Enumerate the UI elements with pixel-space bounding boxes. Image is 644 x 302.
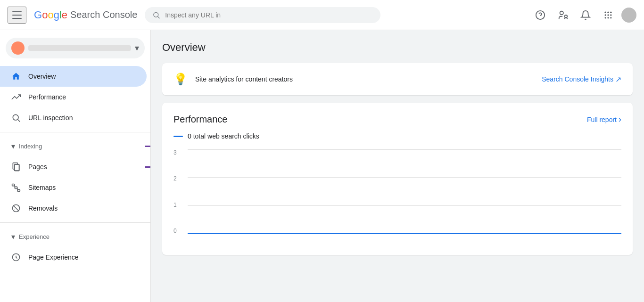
full-report-label: Full report — [587, 116, 617, 123]
overview-label: Overview — [28, 73, 56, 80]
url-search-icon — [11, 113, 21, 122]
insight-left: 💡 Site analytics for content creators — [173, 73, 293, 86]
removals-label: Removals — [28, 204, 58, 212]
svg-line-16 — [18, 120, 20, 122]
performance-label: Performance — [28, 93, 66, 101]
home-icon — [11, 72, 21, 81]
grid-line-2 — [188, 177, 621, 178]
chart-inner — [188, 149, 621, 234]
experience-section[interactable]: ▾ Experience — [0, 227, 150, 247]
bell-icon — [580, 10, 591, 20]
insight-text: Site analytics for content creators — [195, 75, 293, 83]
insight-card: 💡 Site analytics for content creators Se… — [162, 63, 633, 95]
trending-up-icon — [11, 92, 21, 102]
svg-point-15 — [13, 114, 18, 120]
sidebar-item-sitemaps[interactable]: Sitemaps — [0, 177, 147, 198]
experience-label: Experience — [19, 233, 50, 240]
search-input[interactable] — [165, 11, 373, 19]
grid-line-1 — [188, 205, 621, 206]
pages-icon — [11, 162, 21, 171]
divider-1 — [0, 132, 150, 132]
svg-point-7 — [607, 11, 609, 13]
page-experience-label: Page Experience — [28, 253, 79, 261]
svg-point-14 — [610, 17, 611, 18]
chevron-down-icon: ▾ — [135, 43, 139, 53]
chevron-down-icon-2: ▾ — [11, 232, 15, 241]
indexing-section-wrapper: ▾ Indexing — [0, 136, 150, 156]
app-name: Search Console — [70, 9, 137, 20]
y-label-0: 0 — [173, 228, 177, 234]
y-label-2: 2 — [173, 175, 177, 182]
chart-baseline — [188, 233, 621, 234]
y-label-1: 1 — [173, 202, 177, 208]
indexing-section[interactable]: ▾ Indexing — [0, 136, 150, 156]
svg-point-10 — [607, 14, 609, 16]
svg-point-12 — [605, 17, 606, 18]
pages-label: Pages — [28, 163, 47, 171]
chart-area: 3 2 1 0 — [173, 149, 621, 244]
svg-rect-18 — [15, 164, 19, 171]
property-name — [28, 45, 131, 51]
header-icons — [531, 6, 636, 24]
pages-item-wrapper: Pages — [0, 156, 150, 177]
admin-icon — [558, 10, 568, 20]
page-title: Overview — [162, 41, 633, 54]
avatar[interactable] — [621, 8, 636, 23]
apps-icon — [603, 10, 613, 20]
metric-line-indicator — [173, 136, 183, 137]
google-logo: Google — [34, 9, 67, 21]
insights-link-label: Search Console Insights — [542, 75, 613, 83]
svg-line-26 — [13, 205, 19, 212]
performance-card: Performance Full report › 0 total web se… — [162, 103, 633, 255]
help-icon — [535, 10, 545, 20]
sidebar-item-pages[interactable]: Pages — [0, 156, 147, 177]
svg-point-9 — [605, 14, 606, 16]
sidebar-item-performance[interactable]: Performance — [0, 87, 147, 107]
apps-button[interactable] — [599, 6, 618, 24]
logo: Google Search Console — [34, 9, 137, 21]
removals-icon — [11, 204, 21, 213]
svg-point-0 — [154, 12, 158, 17]
divider-2 — [0, 222, 150, 223]
perf-title: Performance — [173, 114, 228, 125]
header: Google Search Console — [0, 0, 644, 30]
chart-y-labels: 3 2 1 0 — [173, 149, 181, 234]
property-avatar — [11, 41, 25, 55]
grid-line-3 — [188, 149, 621, 150]
main-content: Overview 💡 Site analytics for content cr… — [151, 30, 644, 302]
admin-button[interactable] — [553, 6, 572, 24]
svg-line-1 — [158, 16, 160, 18]
sidebar-item-page-experience[interactable]: Page Experience — [0, 247, 147, 268]
lightbulb-icon: 💡 — [173, 73, 188, 86]
search-bar[interactable] — [145, 7, 380, 23]
y-label-3: 3 — [173, 149, 177, 156]
property-selector[interactable]: ▾ — [6, 38, 145, 58]
search-console-insights-link[interactable]: Search Console Insights ↗ — [542, 75, 621, 84]
page-experience-icon — [11, 253, 21, 262]
external-link-icon: ↗ — [615, 75, 621, 84]
sidebar-item-removals[interactable]: Removals — [0, 198, 147, 219]
sidebar-item-overview[interactable]: Overview — [0, 66, 147, 87]
sitemaps-label: Sitemaps — [28, 184, 56, 191]
svg-line-23 — [15, 185, 15, 188]
perf-header: Performance Full report › — [173, 114, 621, 125]
svg-point-6 — [605, 11, 606, 13]
url-inspection-label: URL inspection — [28, 114, 73, 122]
svg-point-8 — [610, 11, 611, 13]
chevron-down-icon: ▾ — [11, 142, 15, 151]
help-button[interactable] — [531, 6, 550, 24]
svg-point-13 — [607, 17, 609, 18]
chevron-right-icon: › — [619, 114, 621, 124]
sitemaps-icon — [11, 183, 21, 192]
svg-point-4 — [560, 11, 563, 14]
notifications-button[interactable] — [576, 6, 595, 24]
svg-line-24 — [17, 188, 18, 190]
search-icon — [152, 11, 160, 19]
full-report-link[interactable]: Full report › — [587, 114, 621, 124]
perf-metric: 0 total web search clicks — [173, 132, 621, 140]
metric-label: 0 total web search clicks — [188, 132, 259, 140]
sidebar-item-url-inspection[interactable]: URL inspection — [0, 107, 147, 128]
menu-button[interactable] — [8, 7, 26, 24]
sidebar: ▾ Overview Performance — [0, 30, 151, 302]
main-layout: ▾ Overview Performance — [0, 30, 644, 302]
